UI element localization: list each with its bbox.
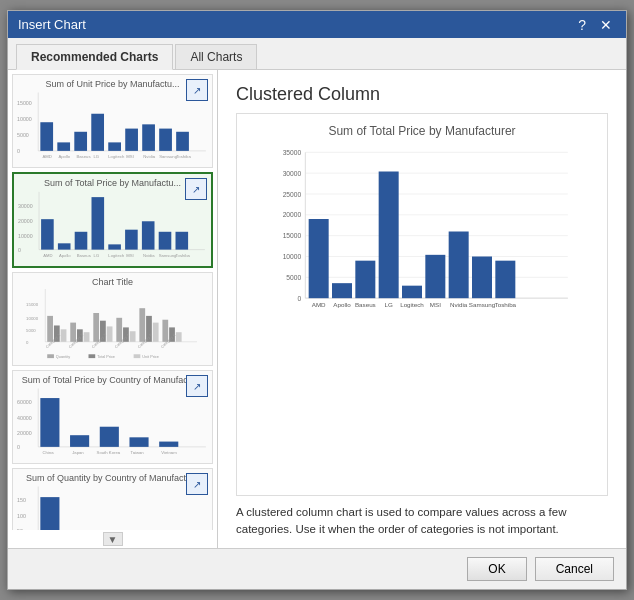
- chart-item-unit-price[interactable]: Sum of Unit Price by Manufactu... ↗ 0 50…: [12, 74, 213, 168]
- svg-text:150: 150: [17, 497, 26, 503]
- svg-text:0: 0: [297, 295, 301, 302]
- svg-text:LG: LG: [94, 253, 100, 258]
- chart-type-title: Clustered Column: [236, 84, 608, 105]
- title-bar-buttons: ? ✕: [574, 18, 616, 32]
- svg-text:Baseus: Baseus: [77, 253, 91, 258]
- svg-text:MSI: MSI: [126, 154, 134, 159]
- svg-text:5000: 5000: [286, 274, 301, 281]
- svg-rect-82: [134, 354, 141, 358]
- chart-item-title-3: Chart Title: [17, 277, 208, 287]
- chart-item-country-qty[interactable]: Sum of Quantity by Country of Manufactur…: [12, 468, 213, 530]
- svg-rect-78: [47, 354, 54, 358]
- svg-text:Nvidia: Nvidia: [143, 154, 155, 159]
- svg-rect-90: [40, 398, 59, 447]
- insert-chart-dialog: Insert Chart ? ✕ Recommended Charts All …: [7, 10, 627, 590]
- tab-all-charts[interactable]: All Charts: [175, 44, 257, 69]
- svg-text:40000: 40000: [17, 415, 32, 421]
- mini-chart-3: 0 5000 10000 15000: [17, 289, 208, 361]
- tab-recommended[interactable]: Recommended Charts: [16, 44, 173, 70]
- svg-rect-13: [159, 129, 172, 151]
- svg-rect-66: [139, 308, 145, 342]
- svg-rect-59: [84, 332, 90, 342]
- svg-text:5000: 5000: [26, 328, 36, 333]
- svg-rect-146: [495, 261, 515, 299]
- ok-button[interactable]: OK: [467, 557, 526, 581]
- tabs-bar: Recommended Charts All Charts: [8, 38, 626, 70]
- dialog-title: Insert Chart: [18, 17, 86, 32]
- mini-chart-4: 0 20000 40000 60000: [17, 387, 208, 459]
- svg-text:15000: 15000: [283, 232, 302, 239]
- svg-text:20000: 20000: [18, 218, 33, 224]
- svg-text:Samsung: Samsung: [469, 301, 496, 308]
- svg-rect-94: [159, 442, 178, 447]
- svg-text:LG: LG: [384, 301, 392, 308]
- svg-text:Toshiba: Toshiba: [176, 253, 191, 258]
- svg-rect-140: [425, 255, 445, 298]
- svg-text:0: 0: [17, 148, 20, 154]
- close-button[interactable]: ✕: [596, 18, 616, 32]
- svg-text:60000: 60000: [17, 399, 32, 405]
- chart-item-country-price[interactable]: Sum of Total Price by Country of Manufac…: [12, 370, 213, 464]
- svg-text:30000: 30000: [18, 203, 33, 209]
- mini-chart-2: 0 10000 20000 30000: [18, 190, 207, 262]
- cancel-button[interactable]: Cancel: [535, 557, 614, 581]
- svg-rect-32: [75, 232, 88, 250]
- svg-rect-38: [176, 232, 189, 250]
- svg-text:0: 0: [18, 247, 21, 253]
- svg-rect-31: [58, 243, 71, 249]
- svg-text:Total Price: Total Price: [97, 355, 115, 359]
- svg-text:15000: 15000: [26, 302, 39, 307]
- svg-rect-12: [142, 124, 155, 151]
- svg-text:Vietnam: Vietnam: [161, 450, 177, 455]
- svg-text:AMD: AMD: [312, 301, 326, 308]
- svg-rect-10: [108, 142, 121, 150]
- svg-text:Taiwan: Taiwan: [131, 450, 145, 455]
- svg-rect-68: [153, 323, 159, 342]
- chart-list: Sum of Unit Price by Manufactu... ↗ 0 50…: [8, 70, 217, 530]
- chart-item-title-5: Sum of Quantity by Country of Manufactur…: [17, 473, 208, 483]
- svg-rect-14: [176, 132, 189, 151]
- footer: OK Cancel: [8, 548, 626, 589]
- svg-rect-138: [402, 286, 422, 299]
- svg-rect-9: [91, 114, 104, 151]
- main-chart-svg: 0 5000 10000 15000 20000 25000 30000 350…: [247, 144, 597, 344]
- content-area: Sum of Unit Price by Manufactu... ↗ 0 50…: [8, 70, 626, 548]
- svg-text:AMD: AMD: [43, 253, 52, 258]
- svg-text:Unit Price: Unit Price: [142, 355, 159, 359]
- svg-text:35000: 35000: [283, 149, 302, 156]
- svg-text:MSI: MSI: [126, 253, 133, 258]
- main-chart-area: Sum of Total Price by Manufacturer 0 500…: [236, 113, 608, 496]
- svg-rect-11: [125, 129, 138, 151]
- svg-text:MSI: MSI: [430, 301, 441, 308]
- svg-rect-134: [355, 261, 375, 299]
- svg-rect-6: [40, 122, 53, 151]
- svg-text:25000: 25000: [283, 191, 302, 198]
- svg-rect-54: [47, 316, 53, 342]
- svg-rect-71: [176, 332, 182, 342]
- svg-text:Baseus: Baseus: [76, 154, 90, 159]
- svg-text:100: 100: [17, 513, 26, 519]
- svg-text:20000: 20000: [17, 430, 32, 436]
- chart-item-total-price[interactable]: Sum of Total Price by Manufactu... ↗ 0 1…: [12, 172, 213, 268]
- chart-description: A clustered column chart is used to comp…: [236, 504, 608, 539]
- mini-chart-1: 0 5000 10000 15000: [17, 91, 208, 163]
- chart-item-chart-title[interactable]: Chart Title 0 5000 10000 15000: [12, 272, 213, 366]
- svg-rect-91: [70, 435, 89, 447]
- left-panel: Sum of Unit Price by Manufactu... ↗ 0 50…: [8, 70, 218, 548]
- svg-rect-60: [93, 313, 99, 342]
- right-panel: Clustered Column Sum of Total Price by M…: [218, 70, 626, 548]
- svg-text:Apollo: Apollo: [59, 253, 71, 258]
- svg-rect-144: [472, 257, 492, 299]
- svg-text:5000: 5000: [17, 132, 29, 138]
- svg-text:Logitech: Logitech: [400, 301, 424, 308]
- svg-text:Toshiba: Toshiba: [176, 154, 191, 159]
- svg-text:Baseus: Baseus: [355, 301, 376, 308]
- svg-rect-65: [130, 331, 136, 342]
- help-button[interactable]: ?: [574, 18, 590, 32]
- scroll-down-area: ▼: [8, 530, 217, 548]
- svg-rect-93: [129, 437, 148, 447]
- chart-item-title-4: Sum of Total Price by Country of Manufac…: [17, 375, 208, 385]
- svg-text:20000: 20000: [283, 211, 302, 218]
- scroll-down-button[interactable]: ▼: [103, 532, 123, 546]
- svg-text:Logitech: Logitech: [108, 154, 125, 159]
